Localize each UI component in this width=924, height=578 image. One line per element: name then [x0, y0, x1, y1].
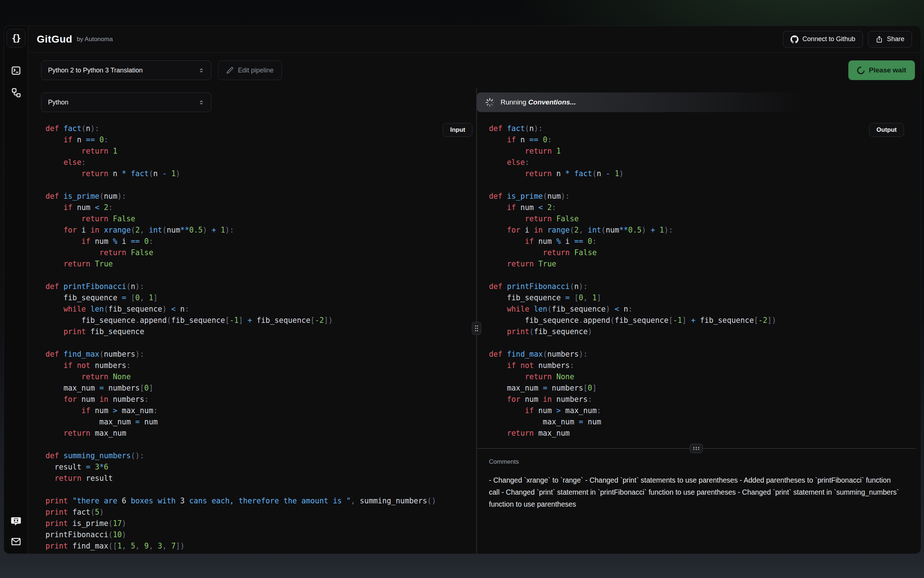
input-code-editor[interactable]: def fact(n): if n == 0: return 1 else: r… [41, 123, 476, 552]
code-line: if num < 2: [489, 202, 916, 213]
code-line: return None [45, 371, 476, 383]
code-line: if not numbers: [489, 360, 916, 371]
code-line: return n * fact(n - 1) [489, 168, 916, 179]
discord-icon [10, 515, 22, 527]
please-wait-label: Please wait [869, 66, 906, 74]
code-line: return False [45, 213, 476, 224]
run-status-header: Running Conventions... [477, 93, 916, 112]
code-line: def printFibonacci(n): [45, 281, 476, 292]
app-subtitle: by Autonoma [77, 36, 113, 43]
sidebar-item-discord[interactable] [8, 513, 24, 529]
code-line: if n == 0: [489, 134, 916, 146]
input-panel: Python Input def fact(n): if n == 0: ret… [28, 88, 476, 554]
code-line: if n == 0: [45, 134, 476, 146]
chevron-updown-icon [198, 99, 204, 106]
code-line: def find_max(numbers): [489, 349, 916, 360]
code-line: printFibonacci(10) [45, 529, 476, 541]
sidebar-item-mail[interactable] [8, 533, 24, 550]
spinner-icon [855, 65, 866, 76]
code-line: max_num = num [489, 416, 916, 428]
code-line: fib_sequence.append(fib_sequence[-1] + f… [489, 315, 916, 326]
toolbar: Python 2 to Python 3 Translation Edit pi… [28, 53, 921, 88]
code-line: while len(fib_sequence) < n: [489, 304, 916, 315]
workflow-icon [11, 87, 21, 98]
code-line: def fact(n): [45, 123, 476, 134]
chevron-updown-icon [198, 67, 204, 73]
code-line: return False [489, 213, 916, 224]
code-line: if num > max_num: [45, 405, 476, 416]
app-logo-button[interactable]: {} [6, 29, 26, 48]
language-select[interactable]: Python [41, 93, 211, 112]
code-line: for num in numbers: [489, 394, 916, 405]
run-status-running: Running [500, 98, 526, 106]
code-line: return None [489, 371, 916, 383]
header-actions: Connect to Github Share [783, 31, 912, 48]
output-code-viewer[interactable]: def fact(n): if n == 0: return 1 else: r… [477, 123, 916, 448]
code-line: while len(fib_sequence) < n: [45, 304, 476, 315]
code-line: return 1 [45, 146, 476, 157]
spinner-burst-icon [485, 97, 495, 107]
code-line: result = 3*6 [45, 461, 476, 473]
input-badge: Input [443, 123, 473, 137]
run-status-step: Conventions... [528, 98, 576, 106]
code-line: max_num = numbers[0] [45, 383, 476, 394]
code-line: return False [45, 247, 476, 258]
please-wait-button[interactable]: Please wait [848, 60, 915, 80]
app-window: {} [4, 26, 921, 554]
comments-section: Comments - Changed `xrange` to `range` -… [477, 449, 916, 510]
mail-icon [11, 536, 21, 547]
code-line [489, 338, 916, 349]
code-line: def printFibonacci(n): [489, 281, 916, 292]
code-line: return max_num [489, 428, 916, 439]
code-line: if num % i == 0: [489, 236, 916, 247]
comments-text: - Changed `xrange` to `range` - Changed … [489, 474, 900, 510]
code-line [489, 270, 916, 281]
edit-pipeline-label: Edit pipeline [238, 67, 273, 74]
share-label: Share [887, 35, 905, 43]
code-line: max_num = num [45, 416, 476, 428]
app-title: GitGud [37, 34, 73, 45]
code-line: fib_sequence = [0, 1] [489, 292, 916, 304]
share-button[interactable]: Share [868, 31, 912, 48]
code-line: fib_sequence.append(fib_sequence[-1] + f… [45, 315, 476, 326]
code-line: fib_sequence = [0, 1] [45, 292, 476, 304]
code-line: print fact(5) [45, 507, 476, 518]
code-line [45, 484, 476, 495]
edit-pipeline-button[interactable]: Edit pipeline [218, 60, 282, 80]
code-line: def summing_numbers(): [45, 450, 476, 461]
sidebar-item-pipeline[interactable] [8, 84, 24, 101]
code-line: print "there are 6 boxes with 3 cans eac… [45, 495, 476, 507]
pencil-icon [226, 67, 233, 74]
code-line: else: [489, 157, 916, 168]
braces-logo-icon: {} [11, 33, 20, 43]
code-line: else: [45, 157, 476, 168]
code-line [45, 179, 476, 191]
code-line: return n * fact(n - 1) [45, 168, 476, 179]
code-line: for i in xrange(2, int(num**0.5) + 1): [45, 224, 476, 236]
panel-divider-horizontal [477, 448, 916, 449]
comments-resize-handle[interactable] [690, 444, 703, 453]
terminal-icon [11, 65, 21, 76]
code-line: def is_prime(num): [45, 191, 476, 202]
code-line: print is_prime(17) [45, 518, 476, 529]
code-line: for i in range(2, int(num**0.5) + 1): [489, 224, 916, 236]
sidebar: {} [4, 26, 28, 554]
code-line: return max_num [45, 428, 476, 439]
sidebar-item-terminal[interactable] [8, 62, 24, 79]
code-line: print(fib_sequence) [489, 326, 916, 338]
connect-github-button[interactable]: Connect to Github [783, 31, 863, 48]
code-line: def is_prime(num): [489, 191, 916, 202]
pipeline-select[interactable]: Python 2 to Python 3 Translation [41, 60, 211, 80]
output-panel: Running Conventions... Output def fact(n… [477, 88, 921, 554]
output-badge: Output [869, 123, 904, 137]
code-line: if not numbers: [45, 360, 476, 371]
code-line: return False [489, 247, 916, 258]
run-status-text: Running Conventions... [500, 98, 576, 106]
code-line: if num < 2: [45, 202, 476, 213]
comments-label: Comments [489, 458, 900, 466]
language-select-value: Python [48, 99, 68, 106]
grip-dots-icon [693, 446, 700, 451]
code-line: def fact(n): [489, 123, 916, 134]
code-line: def find_max(numbers): [45, 349, 476, 360]
code-line [45, 270, 476, 281]
